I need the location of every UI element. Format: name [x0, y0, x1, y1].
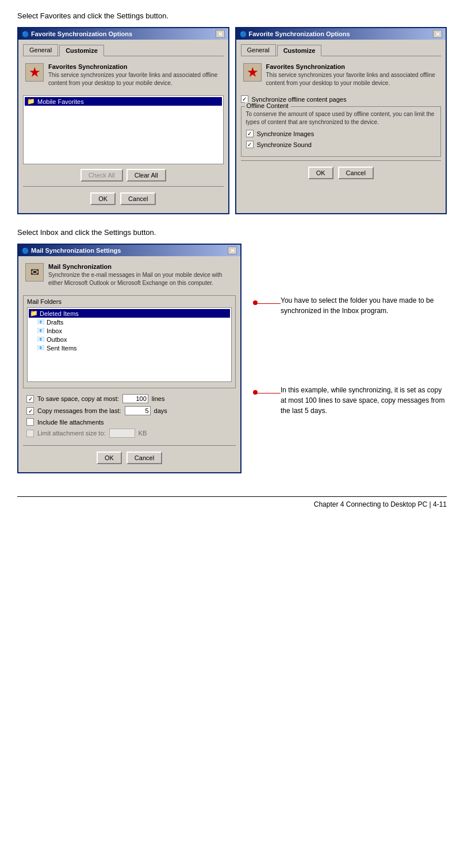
folder-drafts-label: Drafts: [47, 319, 63, 326]
favorites-list-box: 📁 Mobile Favorites: [23, 95, 224, 164]
sync-images-label: Synchronize Images: [257, 130, 315, 137]
include-attachments-label: Include file attachments: [37, 419, 104, 426]
copy-messages-input[interactable]: [125, 406, 151, 415]
favorites-item-label: Mobile Favorites: [37, 98, 84, 105]
titlebar-2: 🔵 Favorite Synchronization Options ✕: [236, 28, 446, 40]
folder-annotation-text: You have to select the folder you have m…: [281, 295, 447, 316]
folder-icon-drafts: 📧: [37, 318, 45, 326]
cancel-button-2[interactable]: Cancel: [338, 167, 374, 179]
mail-ok-button[interactable]: OK: [97, 452, 122, 464]
ok-cancel-2: OK Cancel: [241, 163, 442, 183]
folder-inbox[interactable]: 📧 Inbox: [36, 326, 230, 335]
mail-service-info: Mail Synchronization Synchronize the e-m…: [48, 263, 233, 287]
ok-button-2[interactable]: OK: [308, 167, 333, 179]
mail-title-icon: 🔵: [22, 248, 29, 254]
mail-close-button[interactable]: ✕: [228, 246, 237, 254]
sync-sound-label: Synchronize Sound: [257, 141, 312, 148]
copy-messages-row: ✓ Copy messages from the last: days: [26, 406, 232, 415]
folder-deleted-items[interactable]: 📁 Deleted Items: [29, 309, 230, 318]
mail-service-title: Mail Synchronization: [48, 263, 233, 270]
red-line-2: [258, 393, 281, 394]
folder-sent-items[interactable]: 📧 Sent Items: [36, 344, 230, 352]
mail-section: 🔵 Mail Synchronization Settings ✕ ✉ Mail…: [17, 244, 447, 473]
folder-icon-deleted: 📁: [30, 310, 38, 317]
folder-icon-outbox: 📧: [37, 335, 45, 343]
sync-images-checkbox[interactable]: ✓: [246, 130, 254, 137]
ok-button-1[interactable]: OK: [90, 192, 116, 205]
copy-messages-unit: days: [154, 407, 167, 414]
star-icon: ★: [29, 65, 40, 79]
tab-bar-1: General Customize: [23, 44, 224, 56]
folder-sent-label: Sent Items: [47, 345, 77, 352]
check-clear-buttons: Check All Clear All: [23, 169, 224, 182]
red-dot-2: [253, 390, 258, 395]
dialogs-row: 🔵 Favorite Synchronization Options ✕ Gen…: [17, 27, 447, 214]
folder-icon-sent: 📧: [37, 344, 45, 352]
folder-inbox-label: Inbox: [47, 327, 62, 334]
sync-sound-row: ✓ Synchronize Sound: [246, 141, 436, 148]
annotations-container: You have to select the folder you have m…: [253, 244, 447, 473]
save-space-input[interactable]: [122, 394, 148, 403]
dialog-title-1: Favorite Synchronization Options: [31, 30, 132, 37]
save-space-row: ✓ To save space, copy at most: lines: [26, 394, 232, 403]
intro-text-1: Select Favorites and click the Settings …: [17, 11, 447, 20]
mail-cancel-button[interactable]: Cancel: [126, 452, 162, 464]
cancel-button-1[interactable]: Cancel: [120, 192, 156, 205]
folder-drafts[interactable]: 📧 Drafts: [36, 318, 230, 326]
service-desc-2: This service synchronizes your favorite …: [266, 71, 439, 87]
red-line-1: [258, 303, 281, 304]
mail-titlebar: 🔵 Mail Synchronization Settings ✕: [18, 245, 240, 256]
limit-attachment-row: Limit attachment size to: KB: [26, 429, 232, 438]
clear-all-button[interactable]: Clear All: [126, 169, 166, 182]
folder-icon-inbox: 📧: [37, 327, 45, 334]
mail-titlebar-left: 🔵 Mail Synchronization Settings: [22, 247, 121, 254]
service-icon-1: ★: [25, 63, 44, 82]
tab-general-2[interactable]: General: [241, 44, 276, 56]
red-dot-1: [253, 300, 258, 305]
dialog1-content: General Customize ★ Favorites Synchroniz…: [18, 40, 228, 213]
close-button-2[interactable]: ✕: [433, 30, 442, 38]
service-header-1: ★ Favorites Synchronization This service…: [23, 61, 224, 90]
folder-annotation-row: You have to select the folder you have m…: [253, 295, 447, 333]
titlebar-1: 🔵 Favorite Synchronization Options ✕: [18, 28, 228, 40]
lines-annotation-row: In this example, while synchronizing, it…: [253, 385, 447, 433]
save-space-label: To save space, copy at most:: [37, 395, 119, 402]
service-icon-2: ★: [243, 63, 262, 82]
service-info-1: Favorites Synchronization This service s…: [48, 63, 221, 87]
title-icon-1: 🔵: [22, 31, 29, 37]
sync-sound-checkbox[interactable]: ✓: [246, 141, 254, 148]
dialog-title-2: Favorite Synchronization Options: [249, 30, 350, 37]
tab-customize-2[interactable]: Customize: [277, 45, 322, 56]
check-all-button[interactable]: Check All: [80, 169, 123, 182]
mail-dialog-title: Mail Synchronization Settings: [31, 247, 121, 254]
close-button-1[interactable]: ✕: [216, 30, 225, 38]
mail-options: ✓ To save space, copy at most: lines ✓ C…: [23, 392, 236, 443]
mail-sync-dialog: 🔵 Mail Synchronization Settings ✕ ✉ Mail…: [17, 244, 241, 473]
intro-text-2: Select Inbox and click the Settings butt…: [17, 228, 447, 237]
sync-images-row: ✓ Synchronize Images: [246, 130, 436, 137]
service-title-1: Favorites Synchronization: [48, 63, 221, 70]
mail-folders-group: Mail Folders 📁 Deleted Items 📧 Drafts 📧 …: [23, 295, 236, 388]
titlebar-left-2: 🔵 Favorite Synchronization Options: [240, 30, 350, 37]
copy-messages-checkbox[interactable]: ✓: [26, 407, 34, 415]
mail-icon: ✉: [30, 266, 39, 279]
mail-folders-box: 📁 Deleted Items 📧 Drafts 📧 Inbox 📧 Outbo…: [27, 307, 232, 382]
limit-attachment-input: [109, 429, 135, 438]
folder-deleted-label: Deleted Items: [40, 310, 79, 317]
offline-content-group: Offline Content To conserve the amount o…: [241, 106, 442, 157]
footer-text: Chapter 4 Connecting to Desktop PC | 4-1…: [314, 500, 447, 508]
include-attachments-checkbox[interactable]: [26, 418, 34, 426]
limit-attachment-checkbox: [26, 430, 34, 437]
folder-icon-fav: 📁: [27, 98, 35, 105]
mail-ok-cancel: OK Cancel: [23, 448, 236, 468]
lines-annotation-connector: [253, 387, 281, 395]
offline-content-group-label: Offline Content: [245, 102, 290, 109]
save-space-checkbox[interactable]: ✓: [26, 395, 34, 403]
tab-general-1[interactable]: General: [23, 44, 58, 56]
favorites-list-item[interactable]: 📁 Mobile Favorites: [25, 97, 222, 106]
folder-outbox[interactable]: 📧 Outbox: [36, 335, 230, 344]
mail-dialog-content: ✉ Mail Synchronization Synchronize the e…: [18, 256, 240, 472]
limit-attachment-label: Limit attachment size to:: [37, 430, 106, 437]
service-header-2: ★ Favorites Synchronization This service…: [241, 61, 442, 90]
tab-customize-1[interactable]: Customize: [59, 45, 104, 56]
